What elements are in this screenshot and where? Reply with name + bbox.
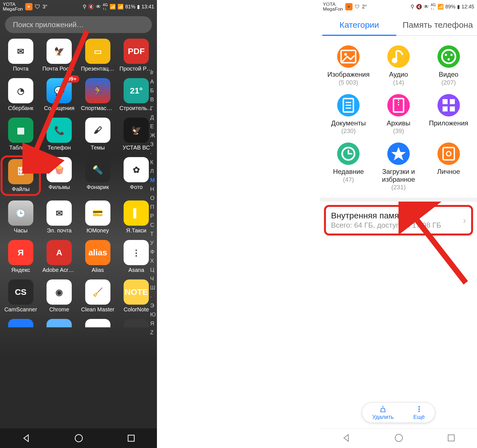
index-letter[interactable]: ·: [150, 293, 156, 300]
recent-icon: [337, 143, 360, 165]
app-sber[interactable]: ◔Сбербанк: [2, 78, 39, 111]
bottom-action-bar: Удалить Ещё: [362, 402, 435, 423]
index-letter[interactable]: Я: [150, 320, 156, 327]
app-chrome[interactable]: ◉Chrome: [41, 279, 78, 313]
svg-point-7: [445, 54, 447, 56]
index-letter[interactable]: Ц: [150, 267, 156, 273]
nav-recent-button[interactable]: [447, 434, 455, 443]
index-letter[interactable]: ·: [150, 150, 156, 157]
index-letter[interactable]: Ю: [150, 311, 156, 318]
app-torch[interactable]: 🔦Фонарик: [79, 157, 116, 194]
app-note[interactable]: NOTEColorNote: [118, 279, 155, 313]
clean-button[interactable]: Удалить: [372, 405, 393, 420]
category-recent[interactable]: Недавние(47): [323, 143, 374, 191]
app-label: Эл. почта: [47, 227, 72, 234]
index-letter[interactable]: Р: [150, 213, 156, 219]
nav-back-button[interactable]: [22, 434, 31, 443]
umoney-icon: 💳: [85, 200, 110, 226]
svg-rect-19: [450, 106, 455, 111]
internal-storage-row[interactable]: Внутренняя память Всего: 64 ГБ, доступно…: [324, 205, 473, 235]
index-letter[interactable]: Т: [150, 231, 156, 237]
nav-recent-button[interactable]: [127, 434, 135, 442]
app-taxi[interactable]: ▌Я.Такси: [118, 200, 155, 234]
app-slides[interactable]: ▭Презентации: [79, 39, 116, 72]
category-image[interactable]: Изображения(5 003): [323, 45, 374, 86]
index-letter[interactable]: Г: [150, 105, 156, 112]
index-letter[interactable]: Z: [150, 329, 156, 336]
nav-home-button[interactable]: [74, 433, 84, 443]
app-build[interactable]: 21°Строительны..: [118, 78, 155, 111]
more-button[interactable]: Ещё: [413, 405, 425, 420]
index-letter[interactable]: О: [150, 195, 156, 201]
app-sport[interactable]: 🏃Спортмастер: [79, 78, 116, 111]
category-zip[interactable]: Архивы(39): [374, 94, 424, 135]
app-post[interactable]: 🦅Почта России: [41, 39, 78, 72]
index-letter[interactable]: Д: [150, 114, 156, 121]
asana-icon: ⋮: [124, 240, 149, 265]
app-umoney[interactable]: 💳ЮMoney: [79, 200, 116, 234]
index-letter[interactable]: Э: [150, 302, 156, 309]
index-letter[interactable]: Е: [150, 123, 156, 130]
index-letter[interactable]: Л: [150, 168, 156, 174]
index-letter[interactable]: К: [150, 159, 156, 165]
tab-phone-storage[interactable]: Память телефона: [399, 15, 477, 35]
category-star[interactable]: Загрузки и избранное(231): [374, 143, 424, 191]
index-letter[interactable]: Б: [150, 87, 156, 94]
index-letter[interactable]: У: [150, 240, 156, 246]
index-letter[interactable]: З: [150, 141, 156, 148]
nav-back-button[interactable]: [342, 433, 351, 444]
shield-icon: 🛡: [35, 4, 40, 10]
app-themes[interactable]: 🖌Темы: [79, 118, 116, 151]
index-letter[interactable]: С: [150, 222, 156, 228]
category-music[interactable]: Аудио(14): [374, 45, 424, 86]
index-letter[interactable]: М: [150, 177, 156, 183]
phone-right: YOTA MegaFon ☀ 🛡 2° ⚲ 🔇 👁 4G↑↓ 📶 89% ▮ 1…: [320, 0, 477, 448]
app-cs[interactable]: CSCamScanner: [2, 279, 39, 313]
app-msg[interactable]: 💬99+Сообщения: [41, 78, 78, 111]
app-clean[interactable]: 🧹Clean Master: [79, 279, 116, 313]
app-yandex[interactable]: ЯЯндекс: [2, 240, 39, 273]
category-apps[interactable]: Приложения: [423, 94, 474, 135]
app-alias[interactable]: aliasAlias: [79, 240, 116, 273]
app-email[interactable]: ✉Эл. почта: [41, 200, 78, 234]
clock-icon: 🕒: [8, 200, 33, 226]
app-asana[interactable]: ⋮Asana: [118, 240, 155, 273]
weather-widget-icon: ☀: [345, 3, 353, 10]
app-films[interactable]: 🍿Фильмы: [41, 157, 78, 194]
nav-home-button[interactable]: [394, 433, 404, 444]
category-safe[interactable]: Личное: [423, 143, 474, 191]
tab-categories[interactable]: Категории: [320, 15, 399, 35]
category-doc[interactable]: Документы(230): [323, 94, 374, 135]
app-mail[interactable]: ✉Почта: [2, 39, 39, 72]
acrobat-icon: A: [47, 240, 72, 265]
email-icon: ✉: [47, 200, 72, 226]
image-icon: [337, 45, 360, 68]
category-video[interactable]: Видео(207): [423, 45, 474, 86]
category-count: (5 003): [339, 79, 358, 86]
storage-subtitle: Всего: 64 ГБ, доступно: 17,98 ГБ: [331, 221, 441, 230]
index-letter[interactable]: Ф: [150, 249, 156, 255]
pdf-icon: PDF: [124, 39, 149, 64]
carrier-labels: YOTA MegaFon: [323, 2, 343, 11]
app-phone[interactable]: 📞Телефон: [41, 118, 78, 151]
app-ustav[interactable]: 🦅УСТАВ ВС: [118, 118, 155, 151]
app-pdf[interactable]: PDFПростой PDF-..: [118, 39, 155, 72]
app-acrobat[interactable]: AAdobe Acrobat: [41, 240, 78, 273]
index-letter[interactable]: #: [150, 69, 156, 76]
index-letter[interactable]: А: [150, 78, 156, 85]
index-letter[interactable]: Н: [150, 186, 156, 192]
index-letter[interactable]: Ч: [150, 276, 156, 282]
search-input[interactable]: Поиск приложений…: [5, 16, 152, 33]
sheets-icon: ▦: [8, 118, 33, 143]
app-photos[interactable]: ✿Фото: [118, 157, 155, 194]
category-name: Недавние: [333, 168, 364, 176]
index-letter[interactable]: Ж: [150, 132, 156, 139]
index-letter[interactable]: В: [150, 96, 156, 103]
app-sheets[interactable]: ▦Таблицы: [2, 118, 39, 151]
index-letter[interactable]: Ш: [150, 284, 156, 291]
app-clock[interactable]: 🕒Часы: [2, 200, 39, 234]
index-letter[interactable]: Х: [150, 258, 156, 264]
index-letter[interactable]: П: [150, 204, 156, 210]
alpha-index[interactable]: #АБВГДЕЖЗ·КЛМНОПРСТУФХЦЧШ·ЭЮЯZ: [150, 69, 156, 336]
app-files[interactable]: 🗄Файлы: [1, 155, 41, 196]
